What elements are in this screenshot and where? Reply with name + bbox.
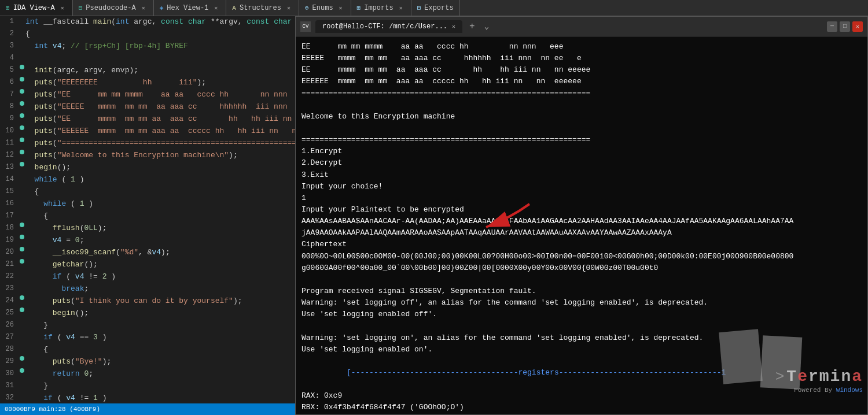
term-choice-val: 1 [301,192,862,204]
code-line-16: 16 while ( 1 ) [0,198,295,210]
code-line-28: 28 { [0,344,295,356]
breakpoint-dot[interactable] [19,162,25,166]
tab-close-pseudo[interactable]: ✕ [139,4,148,12]
terminal-maximize[interactable]: □ [840,21,850,32]
tab-imports[interactable]: ⊞ Imports ✕ [351,0,411,16]
breakpoint-dot[interactable] [19,259,25,264]
terminal-add-tab[interactable]: + [465,21,480,32]
import-icon: ⊞ [357,4,361,12]
code-line-26: 26 } [0,320,295,332]
line-number: 14 [2,174,19,185]
code-text: while ( 1 ) [25,198,293,210]
line-number: 31 [2,380,19,391]
line-number: 19 [2,235,19,246]
termina-watermark: > Termina Powered By Windows [771,363,867,398]
breakpoint-dot[interactable] [19,65,25,69]
line-number: 7 [2,89,19,100]
code-text: return 0; [25,368,293,380]
code-text: } [25,320,293,332]
tab-close-hex[interactable]: ✕ [212,4,220,12]
breakpoint-dot[interactable] [19,113,25,118]
term-menu1: 1.Encrypt [301,146,862,157]
code-line-7: 7 puts("EE mm mm mmmm aa aa cccc hh nn n… [0,89,295,101]
breakpoint-dot[interactable] [19,77,25,81]
tab-structures[interactable]: A Structures ✕ [226,0,299,16]
code-line-19: 19 v4 = 0; [0,235,295,247]
tab-ida-view[interactable]: ⊞ IDA View-A ✕ [0,0,73,16]
termina-subtitle: Powered By Windows [794,387,863,394]
terminal-tab-label: root@Hello-CTF: /mnt/c/User... [322,23,447,31]
code-line-18: 18 fflush(0LL); [0,223,295,235]
status-bar: 00000BF9 main:28 (400BF9) [0,403,295,415]
code-line-11: 11 puts("===============================… [0,138,295,150]
line-number: 17 [2,210,19,221]
code-text: } [25,380,293,392]
tab-close-ida[interactable]: ✕ [58,4,67,12]
breakpoint-dot[interactable] [19,89,25,94]
line-number: 25 [2,307,19,318]
code-line-22: 22 if ( v4 != 2 ) [0,271,295,283]
code-text: puts("==================================… [25,138,295,150]
breakpoint-dot[interactable] [19,247,25,251]
code-text: { [25,186,293,198]
terminal-close[interactable]: ✕ [852,21,863,32]
terminal-dropdown-btn[interactable]: ⌄ [482,21,491,31]
breakpoint-dot[interactable] [19,307,25,312]
term-cipher1: 000%0O~00L00$00c0OM00-00(00J00;00)00K00L… [301,251,862,262]
code-text: puts("Welcome to this Encryption machine… [25,150,293,162]
line-number: 26 [2,320,19,331]
line-number: 18 [2,223,19,234]
breakpoint-dot[interactable] [19,356,25,361]
code-line-5: 5 init(argc, argv, envp); [0,65,295,77]
line-number: 6 [2,77,19,88]
tab-close-imports[interactable]: ✕ [397,4,405,12]
line-number: 12 [2,150,19,161]
tab-hex-view[interactable]: ◈ Hex View-1 ✕ [154,0,227,16]
line-number: 29 [2,356,19,367]
term-header1: EE mm mm mmmm aa aa cccc hh nn nnn eee [301,41,862,53]
tab-pseudocode[interactable]: ⊟ Pseudocode-A ✕ [73,0,154,16]
terminal-tab-close[interactable]: ✕ [452,23,455,30]
line-number: 32 [2,392,19,403]
terminal-minimize[interactable]: ─ [827,21,837,32]
breakpoint-dot[interactable] [19,101,25,106]
term-blank [301,123,862,134]
code-line-27: 27 if ( v4 == 3 ) [0,332,295,344]
term-separator1: ========================================… [301,88,862,99]
breakpoint-dot[interactable] [19,125,25,130]
term-header4: EEEEEE mmmm mm mm aaa aa ccccc hh hh iii… [301,76,862,87]
breakpoint-dot[interactable] [19,223,25,227]
code-line-20: 20 __isoc99_scanf("%d", &v4); [0,247,295,259]
code-line-29: 29 puts("Bye!"); [0,356,295,368]
tab-enums[interactable]: ⊕ Enums ✕ [299,0,351,16]
line-number: 13 [2,162,19,173]
term-menu3: 3.Exit [301,169,862,181]
term-blank3 [301,320,862,332]
line-number: 27 [2,332,19,343]
breakpoint-dot[interactable] [19,150,25,154]
tab-bar: ⊞ IDA View-A ✕ ⊟ Pseudocode-A ✕ ◈ Hex Vi… [0,0,868,16]
code-line-4: 4 [0,53,295,65]
terminal-window: CV root@Hello-CTF: /mnt/c/User... ✕ + ⌄ … [295,16,868,415]
tab-exports[interactable]: ⊟ Exports [411,0,460,16]
term-blank2 [301,274,862,286]
line-number: 28 [2,344,19,355]
code-text: puts("EEEEEEEE hh iii"); [25,77,293,89]
terminal-tab[interactable]: root@Hello-CTF: /mnt/c/User... ✕ [315,20,462,33]
line-number: 22 [2,271,19,282]
line-number: 30 [2,368,19,379]
code-line-12: 12 puts("Welcome to this Encryption mach… [0,150,295,162]
code-line-13: 13 begin(); [0,162,295,174]
breakpoint-dot[interactable] [19,138,25,142]
code-line-10: 10 puts("EEEEEE mmmm mm mm aaa aa ccccc … [0,125,295,138]
line-number: 23 [2,283,19,294]
code-line-31: 31 } [0,380,295,392]
term-input-text1: AAA%AAsAABAA$AAnAACAAr-AA(AADAA;AA)AAEAA… [301,216,862,227]
breakpoint-dot[interactable] [19,295,25,300]
tab-close-struct[interactable]: ✕ [285,4,293,12]
breakpoint-dot[interactable] [19,368,25,373]
code-line-2: 2{ [0,28,295,40]
term-rbx: RBX: 0x4f3b4f4f684f4f47 ('GOOhOO;O') [301,402,862,413]
tab-close-enums[interactable]: ✕ [337,4,345,12]
breakpoint-dot[interactable] [19,235,25,239]
